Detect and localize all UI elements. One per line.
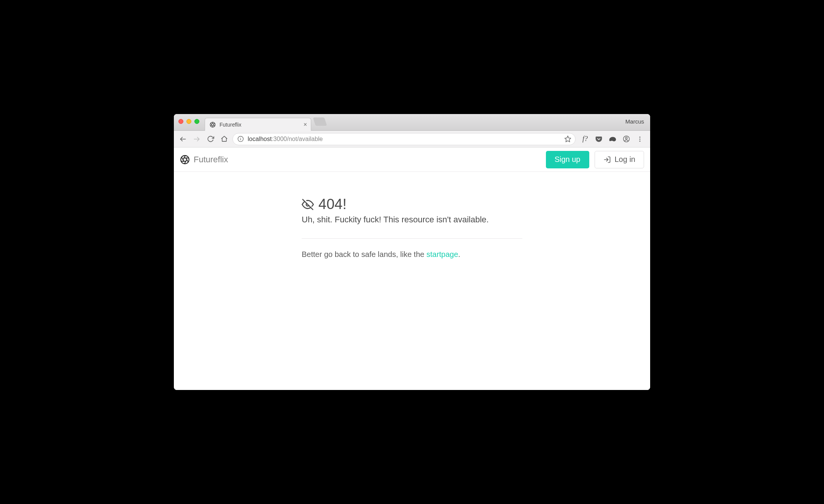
site-info-icon[interactable]: [237, 136, 244, 142]
browser-window: Futureflix × Marcus localhost:3000/not/a…: [174, 114, 650, 390]
hint-suffix: .: [458, 250, 460, 258]
aperture-icon: [180, 155, 190, 165]
browser-tab[interactable]: Futureflix ×: [205, 118, 311, 131]
signup-button[interactable]: Sign up: [546, 151, 589, 168]
hint-prefix: Better go back to safe lands, like the: [302, 250, 426, 258]
error-subtitle: Uh, shit. Fuckity fuck! This resource is…: [302, 215, 522, 225]
url-host: localhost: [248, 136, 272, 142]
extension-fscript-icon[interactable]: f?: [581, 135, 589, 143]
startpage-link[interactable]: startpage: [426, 250, 458, 258]
error-heading: 404!: [302, 196, 522, 212]
forward-button[interactable]: [191, 134, 202, 144]
signup-label: Sign up: [555, 155, 581, 164]
tab-close-icon[interactable]: ×: [304, 122, 307, 128]
profile-name[interactable]: Marcus: [625, 118, 646, 125]
brand[interactable]: Futureflix: [180, 155, 228, 165]
window-close-button[interactable]: [178, 119, 183, 124]
window-minimize-button[interactable]: [186, 119, 191, 124]
svg-point-14: [625, 137, 627, 139]
home-button[interactable]: [219, 134, 229, 144]
svg-marker-12: [565, 136, 571, 142]
eye-off-icon: [302, 198, 314, 211]
page-viewport: Futureflix Sign up Log in 404!: [174, 147, 650, 390]
new-tab-button[interactable]: [313, 117, 327, 126]
bookmark-star-icon[interactable]: [564, 135, 571, 143]
login-button[interactable]: Log in: [595, 151, 644, 168]
login-icon: [603, 156, 611, 163]
pocket-icon[interactable]: [595, 135, 603, 143]
window-maximize-button[interactable]: [194, 119, 199, 124]
site-navbar: Futureflix Sign up Log in: [174, 147, 650, 172]
reload-button[interactable]: [205, 134, 216, 144]
tab-title: Futureflix: [220, 122, 242, 128]
aperture-icon: [210, 122, 216, 128]
login-label: Log in: [615, 155, 636, 164]
error-content: 404! Uh, shit. Fuckity fuck! This resour…: [302, 172, 522, 259]
divider: [302, 238, 522, 239]
traffic-lights: [178, 119, 199, 124]
browser-menu-icon[interactable]: [636, 135, 644, 143]
extensions-group: f?: [579, 135, 646, 143]
url-text: localhost:3000/not/available: [248, 136, 323, 143]
url-rest: :3000/not/available: [272, 136, 323, 142]
svg-point-16: [639, 138, 641, 139]
extension-user-icon[interactable]: [622, 135, 630, 143]
back-button[interactable]: [178, 134, 188, 144]
error-hint: Better go back to safe lands, like the s…: [302, 250, 522, 259]
titlebar: Futureflix × Marcus: [174, 114, 650, 131]
svg-point-17: [639, 140, 641, 141]
error-title: 404!: [318, 196, 347, 212]
browser-toolbar: localhost:3000/not/available f?: [174, 131, 650, 147]
svg-point-11: [240, 138, 241, 138]
address-bar[interactable]: localhost:3000/not/available: [232, 133, 576, 145]
brand-name: Futureflix: [194, 155, 228, 165]
svg-point-15: [639, 136, 641, 138]
nav-actions: Sign up Log in: [546, 151, 644, 168]
extension-blob-icon[interactable]: [608, 135, 617, 143]
